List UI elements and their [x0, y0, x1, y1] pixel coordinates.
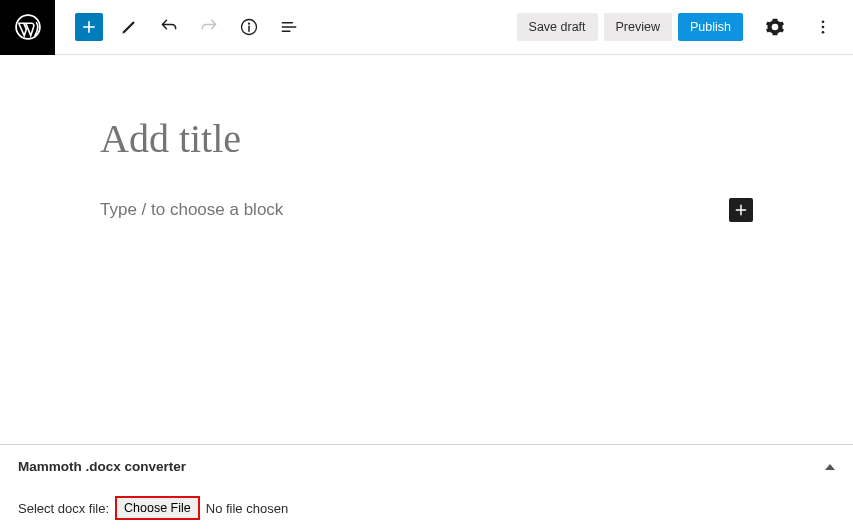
editor-canvas: [0, 55, 853, 222]
panel-body: Select docx file: Choose File No file ch…: [18, 496, 835, 520]
wordpress-logo[interactable]: [0, 0, 55, 55]
mammoth-converter-panel: Mammoth .docx converter Select docx file…: [0, 444, 853, 532]
panel-title: Mammoth .docx converter: [18, 459, 186, 474]
choose-file-button[interactable]: Choose File: [115, 496, 200, 520]
preview-button[interactable]: Preview: [604, 13, 672, 41]
select-file-label: Select docx file:: [18, 501, 109, 516]
vertical-dots-icon: [814, 18, 832, 36]
svg-point-4: [822, 26, 825, 29]
collapse-toggle-icon[interactable]: [825, 464, 835, 470]
block-prompt-input[interactable]: [100, 200, 729, 220]
undo-icon: [159, 17, 179, 37]
redo-button[interactable]: [195, 13, 223, 41]
add-block-button[interactable]: [75, 13, 103, 41]
toolbar-right-group: Save draft Preview Publish: [517, 11, 853, 43]
publish-button[interactable]: Publish: [678, 13, 743, 41]
settings-button[interactable]: [759, 11, 791, 43]
post-title-input[interactable]: [100, 115, 753, 162]
panel-header[interactable]: Mammoth .docx converter: [18, 459, 835, 474]
block-inserter-row: [100, 198, 753, 222]
plus-icon: [80, 18, 98, 36]
toolbar-left-group: [75, 13, 303, 41]
svg-point-2: [248, 23, 250, 25]
save-draft-button[interactable]: Save draft: [517, 13, 598, 41]
gear-icon: [765, 17, 785, 37]
inline-add-block-button[interactable]: [729, 198, 753, 222]
more-options-button[interactable]: [807, 11, 839, 43]
pencil-icon: [119, 17, 139, 37]
svg-point-3: [822, 20, 825, 23]
undo-button[interactable]: [155, 13, 183, 41]
edit-mode-button[interactable]: [115, 13, 143, 41]
outline-button[interactable]: [275, 13, 303, 41]
list-view-icon: [279, 17, 299, 37]
wordpress-icon: [15, 14, 41, 40]
redo-icon: [199, 17, 219, 37]
file-status-text: No file chosen: [206, 501, 288, 516]
svg-point-5: [822, 31, 825, 34]
info-icon: [239, 17, 259, 37]
editor-toolbar: Save draft Preview Publish: [0, 0, 853, 55]
info-button[interactable]: [235, 13, 263, 41]
plus-icon: [733, 202, 749, 218]
